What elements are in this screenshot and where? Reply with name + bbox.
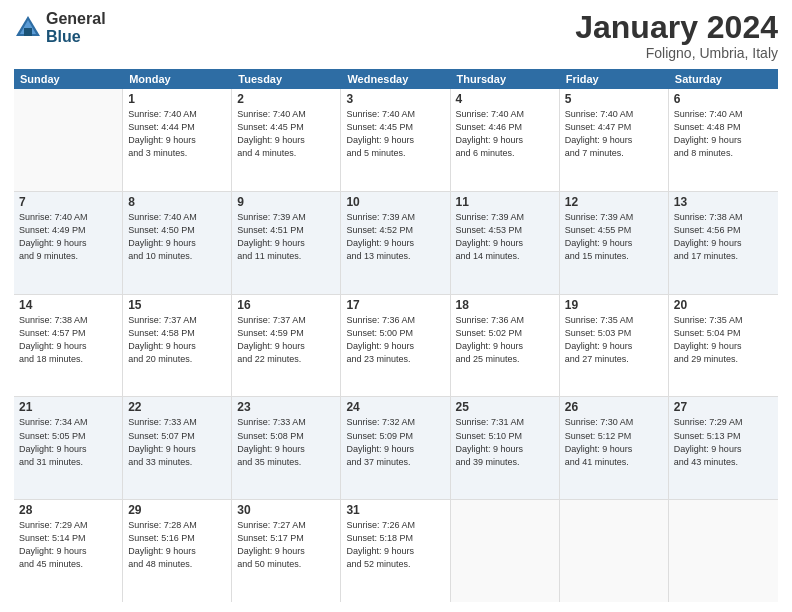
calendar-cell-5-2: 29Sunrise: 7:28 AM Sunset: 5:16 PM Dayli… bbox=[123, 500, 232, 602]
day-info: Sunrise: 7:32 AM Sunset: 5:09 PM Dayligh… bbox=[346, 416, 444, 468]
day-info: Sunrise: 7:39 AM Sunset: 4:53 PM Dayligh… bbox=[456, 211, 554, 263]
calendar-cell-5-3: 30Sunrise: 7:27 AM Sunset: 5:17 PM Dayli… bbox=[232, 500, 341, 602]
day-info: Sunrise: 7:37 AM Sunset: 4:58 PM Dayligh… bbox=[128, 314, 226, 366]
day-number: 11 bbox=[456, 195, 554, 209]
day-number: 30 bbox=[237, 503, 335, 517]
day-number: 25 bbox=[456, 400, 554, 414]
day-number: 26 bbox=[565, 400, 663, 414]
day-info: Sunrise: 7:35 AM Sunset: 5:04 PM Dayligh… bbox=[674, 314, 773, 366]
calendar-cell-2-6: 12Sunrise: 7:39 AM Sunset: 4:55 PM Dayli… bbox=[560, 192, 669, 294]
calendar-row-5: 28Sunrise: 7:29 AM Sunset: 5:14 PM Dayli… bbox=[14, 500, 778, 602]
calendar-row-1: 1Sunrise: 7:40 AM Sunset: 4:44 PM Daylig… bbox=[14, 89, 778, 192]
svg-rect-2 bbox=[24, 28, 32, 36]
page: General Blue January 2024 Foligno, Umbri… bbox=[0, 0, 792, 612]
day-info: Sunrise: 7:29 AM Sunset: 5:14 PM Dayligh… bbox=[19, 519, 117, 571]
day-number: 2 bbox=[237, 92, 335, 106]
day-info: Sunrise: 7:40 AM Sunset: 4:47 PM Dayligh… bbox=[565, 108, 663, 160]
day-info: Sunrise: 7:26 AM Sunset: 5:18 PM Dayligh… bbox=[346, 519, 444, 571]
day-number: 31 bbox=[346, 503, 444, 517]
calendar-cell-4-4: 24Sunrise: 7:32 AM Sunset: 5:09 PM Dayli… bbox=[341, 397, 450, 499]
calendar-cell-4-5: 25Sunrise: 7:31 AM Sunset: 5:10 PM Dayli… bbox=[451, 397, 560, 499]
calendar-cell-5-4: 31Sunrise: 7:26 AM Sunset: 5:18 PM Dayli… bbox=[341, 500, 450, 602]
day-info: Sunrise: 7:34 AM Sunset: 5:05 PM Dayligh… bbox=[19, 416, 117, 468]
calendar-cell-1-1 bbox=[14, 89, 123, 191]
calendar-header: SundayMondayTuesdayWednesdayThursdayFrid… bbox=[14, 69, 778, 89]
logo: General Blue bbox=[14, 10, 106, 45]
header-day-friday: Friday bbox=[560, 69, 669, 89]
day-info: Sunrise: 7:36 AM Sunset: 5:02 PM Dayligh… bbox=[456, 314, 554, 366]
day-number: 29 bbox=[128, 503, 226, 517]
day-number: 1 bbox=[128, 92, 226, 106]
calendar-cell-1-2: 1Sunrise: 7:40 AM Sunset: 4:44 PM Daylig… bbox=[123, 89, 232, 191]
calendar-row-2: 7Sunrise: 7:40 AM Sunset: 4:49 PM Daylig… bbox=[14, 192, 778, 295]
day-info: Sunrise: 7:37 AM Sunset: 4:59 PM Dayligh… bbox=[237, 314, 335, 366]
day-info: Sunrise: 7:33 AM Sunset: 5:07 PM Dayligh… bbox=[128, 416, 226, 468]
calendar-cell-4-2: 22Sunrise: 7:33 AM Sunset: 5:07 PM Dayli… bbox=[123, 397, 232, 499]
day-number: 8 bbox=[128, 195, 226, 209]
day-number: 17 bbox=[346, 298, 444, 312]
day-info: Sunrise: 7:29 AM Sunset: 5:13 PM Dayligh… bbox=[674, 416, 773, 468]
day-number: 20 bbox=[674, 298, 773, 312]
calendar-cell-3-4: 17Sunrise: 7:36 AM Sunset: 5:00 PM Dayli… bbox=[341, 295, 450, 397]
day-number: 3 bbox=[346, 92, 444, 106]
calendar-cell-2-7: 13Sunrise: 7:38 AM Sunset: 4:56 PM Dayli… bbox=[669, 192, 778, 294]
day-info: Sunrise: 7:39 AM Sunset: 4:51 PM Dayligh… bbox=[237, 211, 335, 263]
day-info: Sunrise: 7:39 AM Sunset: 4:52 PM Dayligh… bbox=[346, 211, 444, 263]
day-number: 4 bbox=[456, 92, 554, 106]
day-number: 22 bbox=[128, 400, 226, 414]
day-number: 14 bbox=[19, 298, 117, 312]
day-number: 28 bbox=[19, 503, 117, 517]
day-info: Sunrise: 7:40 AM Sunset: 4:49 PM Dayligh… bbox=[19, 211, 117, 263]
header-day-thursday: Thursday bbox=[451, 69, 560, 89]
logo-blue: Blue bbox=[46, 28, 106, 46]
day-number: 7 bbox=[19, 195, 117, 209]
calendar-cell-5-6 bbox=[560, 500, 669, 602]
calendar-cell-1-5: 4Sunrise: 7:40 AM Sunset: 4:46 PM Daylig… bbox=[451, 89, 560, 191]
calendar-cell-4-6: 26Sunrise: 7:30 AM Sunset: 5:12 PM Dayli… bbox=[560, 397, 669, 499]
day-number: 21 bbox=[19, 400, 117, 414]
calendar-cell-1-7: 6Sunrise: 7:40 AM Sunset: 4:48 PM Daylig… bbox=[669, 89, 778, 191]
day-info: Sunrise: 7:40 AM Sunset: 4:48 PM Dayligh… bbox=[674, 108, 773, 160]
calendar-row-3: 14Sunrise: 7:38 AM Sunset: 4:57 PM Dayli… bbox=[14, 295, 778, 398]
day-number: 23 bbox=[237, 400, 335, 414]
header-day-saturday: Saturday bbox=[669, 69, 778, 89]
calendar-cell-4-7: 27Sunrise: 7:29 AM Sunset: 5:13 PM Dayli… bbox=[669, 397, 778, 499]
calendar-cell-2-4: 10Sunrise: 7:39 AM Sunset: 4:52 PM Dayli… bbox=[341, 192, 450, 294]
day-number: 12 bbox=[565, 195, 663, 209]
calendar-cell-3-5: 18Sunrise: 7:36 AM Sunset: 5:02 PM Dayli… bbox=[451, 295, 560, 397]
logo-general: General bbox=[46, 10, 106, 28]
calendar-cell-5-1: 28Sunrise: 7:29 AM Sunset: 5:14 PM Dayli… bbox=[14, 500, 123, 602]
day-info: Sunrise: 7:38 AM Sunset: 4:56 PM Dayligh… bbox=[674, 211, 773, 263]
day-number: 27 bbox=[674, 400, 773, 414]
day-info: Sunrise: 7:35 AM Sunset: 5:03 PM Dayligh… bbox=[565, 314, 663, 366]
logo-text: General Blue bbox=[46, 10, 106, 45]
day-number: 10 bbox=[346, 195, 444, 209]
day-info: Sunrise: 7:39 AM Sunset: 4:55 PM Dayligh… bbox=[565, 211, 663, 263]
title-block: January 2024 Foligno, Umbria, Italy bbox=[575, 10, 778, 61]
day-number: 5 bbox=[565, 92, 663, 106]
calendar-cell-2-1: 7Sunrise: 7:40 AM Sunset: 4:49 PM Daylig… bbox=[14, 192, 123, 294]
day-info: Sunrise: 7:31 AM Sunset: 5:10 PM Dayligh… bbox=[456, 416, 554, 468]
calendar-cell-3-1: 14Sunrise: 7:38 AM Sunset: 4:57 PM Dayli… bbox=[14, 295, 123, 397]
title-location: Foligno, Umbria, Italy bbox=[575, 45, 778, 61]
day-info: Sunrise: 7:40 AM Sunset: 4:50 PM Dayligh… bbox=[128, 211, 226, 263]
calendar-cell-3-2: 15Sunrise: 7:37 AM Sunset: 4:58 PM Dayli… bbox=[123, 295, 232, 397]
day-info: Sunrise: 7:40 AM Sunset: 4:44 PM Dayligh… bbox=[128, 108, 226, 160]
calendar-cell-3-6: 19Sunrise: 7:35 AM Sunset: 5:03 PM Dayli… bbox=[560, 295, 669, 397]
day-number: 9 bbox=[237, 195, 335, 209]
day-number: 24 bbox=[346, 400, 444, 414]
day-info: Sunrise: 7:38 AM Sunset: 4:57 PM Dayligh… bbox=[19, 314, 117, 366]
calendar-cell-3-7: 20Sunrise: 7:35 AM Sunset: 5:04 PM Dayli… bbox=[669, 295, 778, 397]
calendar-cell-1-3: 2Sunrise: 7:40 AM Sunset: 4:45 PM Daylig… bbox=[232, 89, 341, 191]
calendar-body: 1Sunrise: 7:40 AM Sunset: 4:44 PM Daylig… bbox=[14, 89, 778, 602]
day-info: Sunrise: 7:28 AM Sunset: 5:16 PM Dayligh… bbox=[128, 519, 226, 571]
calendar-cell-4-3: 23Sunrise: 7:33 AM Sunset: 5:08 PM Dayli… bbox=[232, 397, 341, 499]
logo-icon bbox=[14, 14, 42, 42]
day-info: Sunrise: 7:33 AM Sunset: 5:08 PM Dayligh… bbox=[237, 416, 335, 468]
calendar-cell-1-6: 5Sunrise: 7:40 AM Sunset: 4:47 PM Daylig… bbox=[560, 89, 669, 191]
day-number: 13 bbox=[674, 195, 773, 209]
day-info: Sunrise: 7:36 AM Sunset: 5:00 PM Dayligh… bbox=[346, 314, 444, 366]
calendar-cell-2-3: 9Sunrise: 7:39 AM Sunset: 4:51 PM Daylig… bbox=[232, 192, 341, 294]
day-number: 6 bbox=[674, 92, 773, 106]
day-number: 19 bbox=[565, 298, 663, 312]
